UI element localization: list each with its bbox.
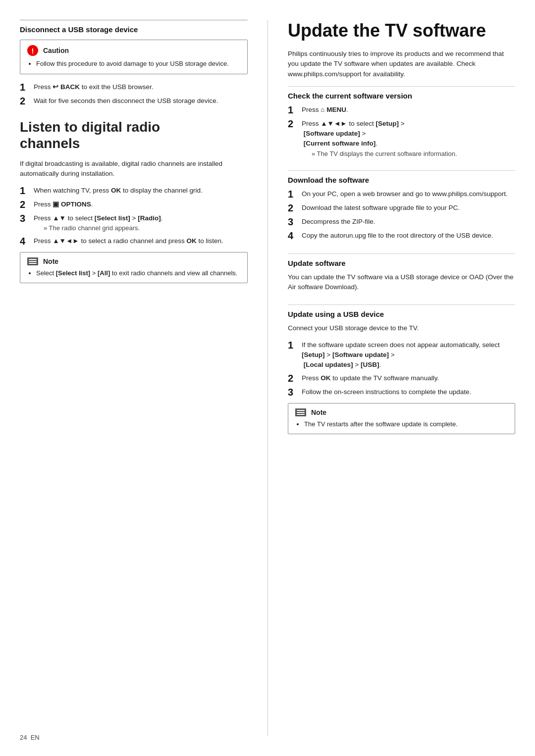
download-title: Download the software	[288, 170, 515, 184]
disconnect-steps: 1 Press ↩ BACK to exit the USB browser. …	[20, 82, 248, 107]
check-step-2: 2 Press ▲▼◄► to select [Setup] > [Softwa…	[288, 119, 515, 158]
check-section: Check the current software version 1 Pre…	[288, 86, 515, 158]
page-lang: EN	[31, 734, 40, 741]
sub-note-radio: The radio channel grid appears.	[44, 223, 248, 233]
left-column: Disconnect a USB storage device ! Cautio…	[20, 20, 248, 736]
caution-icon: !	[27, 45, 38, 56]
page-number: 24	[20, 734, 27, 741]
options-key: ▣ OPTIONS	[53, 201, 91, 208]
listen-step-4: 4 Press ▲▼◄► to select a radio channel a…	[20, 236, 248, 247]
update-software-title: Update software	[288, 253, 515, 267]
check-steps: 1 Press ⌂ MENU. 2 Press ▲▼◄► to select […	[288, 105, 515, 158]
update-usb-step-3: 3 Follow the on-screen instructions to c…	[288, 387, 515, 398]
listen-intro: If digital broadcasting is available, di…	[20, 159, 248, 179]
check-title: Check the current software version	[288, 86, 515, 100]
menu-key: ⌂ MENU	[321, 106, 346, 113]
update-usb-title: Update using a USB device	[288, 304, 515, 318]
note-text-right: The TV restarts after the software updat…	[295, 419, 508, 429]
note-box-right: Note The TV restarts after the software …	[288, 403, 515, 435]
disconnect-section: Disconnect a USB storage device ! Cautio…	[20, 20, 248, 107]
page-footer: 24 EN	[20, 734, 40, 741]
listen-section: Listen to digital radiochannels If digit…	[20, 119, 248, 284]
update-usb-step-2: 2 Press OK to update the TV software man…	[288, 373, 515, 384]
sub-note-current: The TV displays the current software inf…	[312, 149, 515, 159]
back-key: ↩ BACK	[53, 83, 80, 91]
update-software-section: Update software You can update the TV so…	[288, 253, 515, 293]
listen-step-2: 2 Press ▣ OPTIONS.	[20, 200, 248, 210]
listen-step-1: 1 When watching TV, press OK to display …	[20, 186, 248, 197]
right-column: Update the TV software Philips continuou…	[268, 20, 515, 736]
update-usb-section: Update using a USB device Connect your U…	[288, 304, 515, 435]
main-title: Update the TV software	[288, 20, 515, 41]
update-software-text: You can update the TV software via a USB…	[288, 272, 515, 293]
right-intro: Philips continuously tries to improve it…	[288, 49, 515, 79]
update-usb-step-1: 1 If the software update screen does not…	[288, 340, 515, 370]
ok-key-3: OK	[321, 374, 330, 382]
download-section: Download the software 1 On your PC, open…	[288, 170, 515, 242]
ok-key-2: OK	[187, 237, 197, 245]
update-usb-intro: Connect your USB storage device to the T…	[288, 323, 515, 333]
listen-title: Listen to digital radiochannels	[20, 119, 248, 152]
note-box-left: Note Select [Select list] > [All] to exi…	[20, 252, 248, 284]
download-step-2: 2 Download the latest software upgrade f…	[288, 203, 515, 214]
listen-steps: 1 When watching TV, press OK to display …	[20, 186, 248, 247]
caution-text: Follow this procedure to avoid damage to…	[27, 59, 240, 69]
note-icon-right	[295, 408, 306, 416]
check-step-1: 1 Press ⌂ MENU.	[288, 105, 515, 116]
note-text-left: Select [Select list] > [All] to exit rad…	[27, 268, 240, 278]
download-step-1: 1 On your PC, open a web browser and go …	[288, 189, 515, 200]
ok-key: OK	[111, 187, 121, 194]
caution-box: ! Caution Follow this procedure to avoid…	[20, 40, 248, 74]
disconnect-step-2: 2 Wait for five seconds then disconnect …	[20, 96, 248, 107]
caution-label: Caution	[43, 47, 69, 54]
download-step-4: 4 Copy the autorun.upg file to the root …	[288, 231, 515, 242]
note-label-right: Note	[311, 408, 326, 416]
download-steps: 1 On your PC, open a web browser and go …	[288, 189, 515, 242]
note-label-left: Note	[43, 257, 58, 265]
note-icon-left	[27, 257, 38, 265]
listen-step-3: 3 Press ▲▼ to select [Select list] > [Ra…	[20, 213, 248, 233]
download-step-3: 3 Decompress the ZIP-file.	[288, 217, 515, 228]
disconnect-step-1: 1 Press ↩ BACK to exit the USB browser.	[20, 82, 248, 93]
disconnect-title: Disconnect a USB storage device	[20, 20, 248, 34]
update-usb-steps: 1 If the software update screen does not…	[288, 340, 515, 398]
